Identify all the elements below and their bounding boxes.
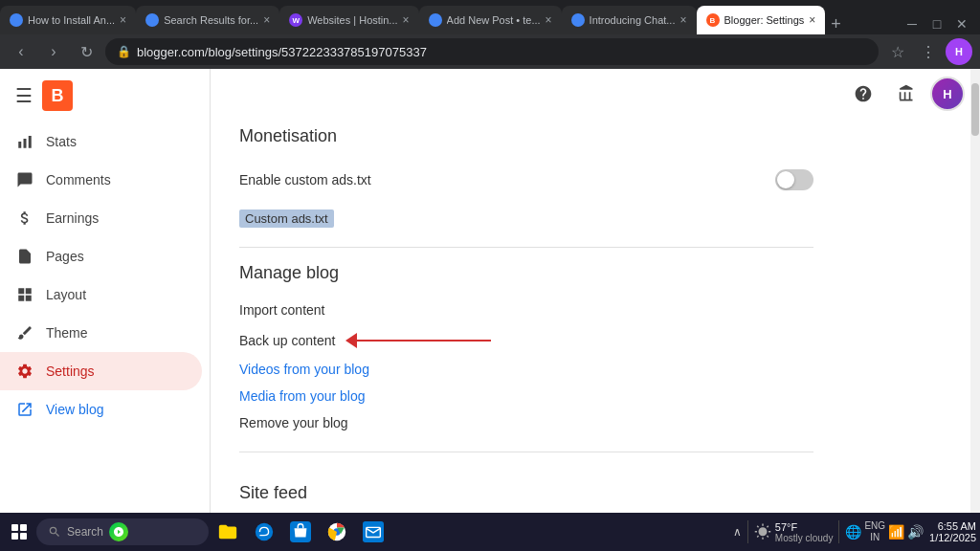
close-button[interactable]: ✕ [951,13,972,34]
earnings-icon [15,209,34,228]
custom-ads-text[interactable]: Custom ads.txt [239,209,334,228]
apps-button[interactable] [888,77,923,111]
site-feed-title: Site feed [239,483,813,503]
hamburger-button[interactable]: ☰ [15,84,33,107]
more-button[interactable]: ⋮ [915,38,942,65]
help-button[interactable] [846,77,880,111]
sidebar-item-stats[interactable]: Stats [0,122,202,161]
custom-ads-text-box: Custom ads.txt [239,206,813,231]
tab-title-2: Search Results for... [164,14,258,26]
arrow-line [357,340,491,342]
divider-1 [239,247,813,248]
tab-6[interactable]: B Blogger: Settings × [697,6,826,34]
svg-point-0 [11,15,21,25]
network-icons: 🌐 ENG IN 📶 🔊 [845,520,924,543]
sidebar-item-earnings[interactable]: Earnings [0,199,202,237]
system-tray: ∧ [733,525,742,539]
star-button[interactable]: ☆ [884,38,911,65]
sidebar-item-layout[interactable]: Layout [0,276,202,314]
import-content-item[interactable]: Import content [239,295,813,325]
tab-favicon-4 [429,13,442,27]
new-tab-button[interactable]: + [825,14,847,34]
tab-title-4: Add New Post • te... [447,14,541,26]
maximize-button[interactable]: □ [926,13,947,34]
remove-blog-item[interactable]: Remove your blog [239,409,813,436]
scrollbar-thumb[interactable] [971,83,979,136]
sidebar-item-theme[interactable]: Theme [0,314,202,352]
search-icon [48,525,61,539]
tab-favicon-5 [571,13,585,27]
language-badge: ENG IN [864,520,885,543]
system-tray-expand[interactable]: ∧ [733,525,742,539]
tab-title-6: Blogger: Settings [724,14,805,26]
tab-favicon-3: W [289,13,302,27]
tab-title-5: Introducing Chat... [590,14,676,26]
forward-button[interactable]: › [40,38,67,65]
tab-close-1[interactable]: × [120,13,126,27]
browser-chrome: How to Install An... × Search Results fo… [0,0,980,69]
manage-blog-section: Manage blog Import content Back up conte… [239,263,813,483]
sidebar-label-view-blog: View blog [46,402,103,417]
back-button[interactable]: ‹ [8,38,34,65]
tab-close-5[interactable]: × [679,13,686,27]
weather-icon [754,523,771,540]
taskbar: Search ∧ 57°F Mostly cloudy [0,513,980,551]
sidebar-item-view-blog[interactable]: View blog [0,390,202,429]
network-icon: 🌐 [845,524,861,540]
profile-avatar[interactable]: H [946,38,972,65]
window-controls: ─ □ ✕ [902,13,980,34]
taskbar-app-edge[interactable] [247,515,281,549]
start-button[interactable] [4,517,34,547]
tab-close-2[interactable]: × [263,13,270,27]
sidebar-label-comments: Comments [46,172,111,187]
stats-icon [15,132,34,151]
settings-icon [15,362,34,381]
url-box[interactable]: 🔒 blogger.com/blog/settings/537222333785… [105,38,879,65]
media-from-blog-link[interactable]: Media from your blog [239,383,813,409]
taskbar-search[interactable]: Search [36,518,209,545]
manage-blog-title: Manage blog [239,263,813,283]
sidebar-label-layout: Layout [46,287,86,302]
time-display: 6:55 AM [929,520,976,532]
user-avatar[interactable]: H [930,77,965,111]
weather-temp: 57°F [775,521,834,533]
tab-2[interactable]: Search Results for... × [136,6,279,34]
sidebar-label-stats: Stats [46,134,77,149]
toggle-thumb [777,171,794,188]
enable-custom-ads-toggle[interactable] [775,169,813,190]
tab-5[interactable]: Introducing Chat... × [562,6,697,34]
tab-close-4[interactable]: × [546,13,552,27]
taskbar-app-file-explorer[interactable] [211,515,245,549]
minimize-button[interactable]: ─ [902,13,923,34]
enable-custom-ads-row: Enable custom ads.txt [239,162,813,198]
scrollbar-track[interactable] [970,69,980,551]
site-feed-section: Site feed [239,483,813,503]
tab-3[interactable]: W Websites | Hostin... × [279,6,418,34]
main-content: H Monetisation Enable custom ads.txt Cus… [211,69,980,551]
taskbar-app-mail[interactable] [356,515,390,549]
taskbar-app-chrome[interactable] [320,515,354,549]
back-up-content-item[interactable]: Back up content [239,333,335,348]
videos-from-blog-link[interactable]: Videos from your blog [239,356,813,383]
tab-1[interactable]: How to Install An... × [0,6,136,34]
windows-icon [11,524,27,540]
tab-4[interactable]: Add New Post • te... × [419,6,562,34]
content-scroll-area: Monetisation Enable custom ads.txt Custo… [211,119,861,522]
pages-icon [15,247,34,266]
taskbar-app-store[interactable] [283,515,318,549]
taskbar-time[interactable]: 6:55 AM 1/12/2025 [929,520,976,543]
tab-close-3[interactable]: × [403,13,410,27]
sidebar-label-earnings: Earnings [46,210,99,226]
tab-close-6[interactable]: × [809,13,815,27]
sidebar-item-pages[interactable]: Pages [0,237,202,276]
weather-divider [838,520,839,543]
sidebar-item-comments[interactable]: Comments [0,161,202,199]
sidebar-label-pages: Pages [46,249,84,264]
weather-widget[interactable]: 57°F Mostly cloudy [754,521,834,543]
sidebar-item-settings[interactable]: Settings [0,352,202,390]
top-icons: H [846,77,965,111]
taskbar-right: ∧ 57°F Mostly cloudy 🌐 ENG IN 📶 🔊 6:55 A… [733,520,976,543]
taskbar-search-text: Search [67,525,103,539]
reload-button[interactable]: ↻ [73,38,100,65]
lock-icon: 🔒 [117,45,131,58]
